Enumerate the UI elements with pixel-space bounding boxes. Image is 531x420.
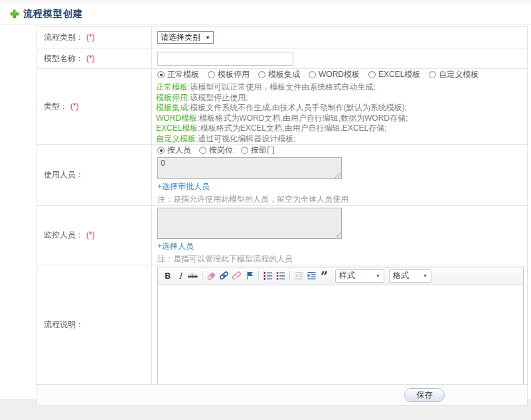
indent-icon[interactable]	[305, 269, 318, 282]
type-desc-line: WORD模板:模板格式为WORD文档,由用户自行编辑,数据为WORD存储;	[156, 113, 527, 124]
name-label: 模型名称：	[44, 54, 84, 63]
category-required: (*)	[86, 33, 95, 42]
type-label: 类型：	[44, 102, 68, 111]
radio-label: 自定义模板	[439, 69, 479, 80]
desc-term: EXCEL模板	[156, 123, 198, 133]
anchor-flag-icon[interactable]	[243, 269, 256, 282]
radio-icon	[157, 71, 165, 78]
row-description: 流程说明：	[37, 265, 528, 385]
model-name-input[interactable]	[157, 52, 293, 66]
radio-by-department[interactable]: 按部门	[241, 145, 275, 156]
save-button[interactable]: 保存	[404, 388, 445, 402]
numbered-list-icon[interactable]	[262, 269, 274, 282]
content-area: 流程模型创建 流程类别：(*) 请选择类别 ▼ 模型名称：(*)	[0, 0, 531, 399]
styles-dropdown[interactable]: 样式 ▼	[335, 269, 384, 283]
toolbar-separator	[289, 271, 290, 281]
process-model-create-page: 流程模型创建 流程类别：(*) 请选择类别 ▼ 模型名称：(*)	[0, 0, 531, 420]
type-radio-group: 正常模板 模板停用 模板集成 WORD模板 EXCEL模板 自定义模板	[157, 69, 527, 80]
dropdown-caret-icon: ▼	[423, 273, 427, 278]
type-label-cell: 类型：(*)	[37, 69, 152, 145]
desc-text: :模板格式为WORD文档,由用户自行编辑,数据为WORD存储;	[197, 113, 408, 123]
radio-normal-template[interactable]: 正常模板	[157, 69, 199, 80]
desc-text: :该模型可以正常使用，模板文件由系统格式自动生成;	[188, 82, 376, 92]
plus-icon	[10, 9, 19, 19]
radio-label: 按部门	[251, 145, 275, 156]
bold-icon[interactable]	[161, 269, 174, 282]
outdent-icon[interactable]	[293, 269, 305, 282]
strikethrough-icon[interactable]	[187, 269, 199, 282]
dropdown-caret-icon: ▼	[376, 273, 380, 278]
desc-text: :模板文件系统不作生成,由技术人员手动制作(默认为系统模板);	[188, 103, 407, 112]
row-type: 类型：(*) 正常模板 模板停用 模板集成 WORD模板 EXCEL模板 自定义…	[37, 69, 528, 145]
radio-excel-template[interactable]: EXCEL模板	[368, 69, 420, 80]
category-content-cell: 请选择类别 ▼	[152, 27, 528, 48]
type-content-cell: 正常模板 模板停用 模板集成 WORD模板 EXCEL模板 自定义模板 正常模板…	[152, 69, 528, 145]
blockquote-icon[interactable]	[318, 269, 331, 282]
radio-label: 模板停用	[218, 69, 250, 80]
row-users: 使用人员： 按人员 按岗位 按部门 0 +选择审批人员 注：是指允许使用此模型的…	[37, 145, 528, 206]
monitors-required: (*)	[86, 230, 95, 240]
row-model-name: 模型名称：(*)	[37, 48, 528, 69]
type-required: (*)	[70, 102, 79, 111]
desc-text: :通过可视化编辑器设计模板;	[196, 134, 296, 143]
radio-icon	[429, 71, 436, 78]
radio-word-template[interactable]: WORD模板	[309, 69, 360, 80]
name-content-cell	[152, 48, 528, 69]
radio-icon	[241, 147, 248, 154]
radio-by-position[interactable]: 按岗位	[199, 145, 233, 156]
desc-term: 模板集成	[156, 103, 188, 112]
radio-icon	[208, 71, 215, 78]
monitors-textarea[interactable]	[157, 208, 342, 239]
page-header: 流程模型创建	[0, 3, 531, 25]
category-select-value: 请选择类别	[161, 32, 200, 43]
process-model-form: 流程类别：(*) 请选择类别 ▼ 模型名称：(*)	[37, 26, 528, 385]
desc-term: 正常模板	[156, 82, 188, 92]
radio-custom-template[interactable]: 自定义模板	[429, 69, 479, 80]
select-people-link[interactable]: +选择人员	[157, 241, 194, 252]
type-desc-line: 模板停用:该模型停止使用;	[156, 93, 527, 104]
desc-term: 自定义模板	[156, 134, 196, 143]
radio-label: EXCEL模板	[378, 69, 420, 80]
select-approvers-link[interactable]: +选择审批人员	[157, 181, 210, 192]
radio-label: 按人员	[167, 145, 191, 156]
monitors-label: 监控人员：	[44, 230, 84, 240]
users-content-cell: 按人员 按岗位 按部门 0 +选择审批人员 注：是指允许使用此模型的人员，留空为…	[152, 145, 528, 206]
footer-bar: 保存	[37, 385, 528, 406]
category-select[interactable]: 请选择类别 ▼	[157, 31, 214, 44]
radio-template-integrated[interactable]: 模板集成	[258, 69, 300, 80]
editor-content-area[interactable]	[158, 285, 523, 384]
users-textarea[interactable]: 0	[157, 157, 342, 179]
type-descriptions: 正常模板:该模型可以正常使用，模板文件由系统格式自动生成; 模板停用:该模型停止…	[156, 82, 527, 144]
radio-label: 按岗位	[209, 145, 233, 156]
italic-icon[interactable]	[174, 269, 187, 282]
unlink-icon[interactable]	[230, 269, 243, 282]
monitors-note: 注：是指可以管理此下模型流程的人员	[157, 253, 527, 265]
bulleted-list-icon[interactable]	[274, 269, 287, 282]
rich-text-editor: 样式 ▼ 格式 ▼	[157, 267, 524, 384]
desc-text: :该模型停止使用;	[188, 93, 248, 102]
radio-icon	[368, 71, 376, 78]
radio-label: WORD模板	[319, 69, 360, 80]
type-desc-line: EXCEL模板:模板格式为EXCEL文档,由用户自行编辑,EXCEL存储;	[156, 123, 527, 134]
users-label: 使用人员：	[44, 170, 84, 179]
format-dropdown[interactable]: 格式 ▼	[389, 269, 431, 283]
radio-by-person[interactable]: 按人员	[157, 145, 191, 156]
category-label: 流程类别：	[44, 33, 84, 42]
radio-template-disabled[interactable]: 模板停用	[208, 69, 250, 80]
description-label-cell: 流程说明：	[37, 265, 152, 385]
radio-label: 正常模板	[167, 69, 199, 80]
type-desc-line: 自定义模板:通过可视化编辑器设计模板;	[156, 134, 527, 145]
radio-icon	[199, 147, 206, 154]
toolbar-separator	[258, 271, 259, 281]
desc-term: WORD模板	[156, 113, 197, 123]
remove-format-icon[interactable]	[205, 269, 218, 282]
monitors-content-cell: +选择人员 注：是指可以管理此下模型流程的人员	[152, 206, 528, 265]
type-desc-line: 模板集成:模板文件系统不作生成,由技术人员手动制作(默认为系统模板);	[156, 103, 527, 113]
desc-term: 模板停用	[156, 93, 188, 102]
editor-toolbar: 样式 ▼ 格式 ▼	[158, 267, 523, 285]
monitors-label-cell: 监控人员：(*)	[37, 206, 152, 265]
description-label: 流程说明：	[44, 320, 84, 329]
link-icon[interactable]	[218, 269, 230, 282]
row-category: 流程类别：(*) 请选择类别 ▼	[37, 27, 528, 48]
users-radio-group: 按人员 按岗位 按部门	[157, 145, 527, 156]
